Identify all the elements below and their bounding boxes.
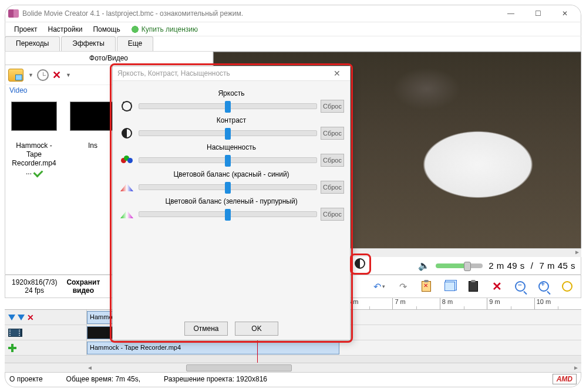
recent-icon[interactable] <box>37 69 49 81</box>
slider-label-cb-gm: Цветовой баланс (зеленый - пурпурный) <box>119 197 344 205</box>
minimize-button[interactable]: — <box>498 5 524 22</box>
track-marker-out-icon[interactable] <box>18 315 25 320</box>
menu-settings[interactable]: Настройки <box>43 24 87 35</box>
dialog-cancel-button[interactable]: Отмена <box>184 322 228 336</box>
add-track-icon[interactable] <box>8 344 16 352</box>
contrast-icon <box>122 128 132 138</box>
copy-button[interactable] <box>443 279 457 293</box>
dialog-ok-button[interactable]: OK <box>235 322 278 336</box>
zoom-out-button[interactable] <box>513 279 527 293</box>
contrast-slider[interactable] <box>139 130 317 136</box>
maximize-button[interactable]: ☐ <box>525 5 551 22</box>
menubar: Проект Настройки Помощь Купить лицензию <box>5 22 581 36</box>
status-total-time: Общее время: 7m 45s, <box>66 375 140 383</box>
smiley-button[interactable] <box>560 279 574 293</box>
media-clip[interactable]: Ins <box>69 102 116 177</box>
brightness-dialog: Яркость, Контраст, Насыщенность ✕ Яркост… <box>112 66 351 340</box>
tab-more[interactable]: Еще <box>117 36 153 51</box>
delete-button[interactable]: ✕ <box>490 279 504 293</box>
menu-help[interactable]: Помощь <box>88 24 124 35</box>
brightness-reset-button[interactable]: Сброс <box>321 100 344 113</box>
menu-project[interactable]: Проект <box>9 24 42 35</box>
ruler-mark: 9 m <box>487 298 534 309</box>
coin-icon <box>131 25 139 33</box>
close-button[interactable]: ✕ <box>552 5 578 22</box>
volume-slider[interactable] <box>436 263 483 268</box>
saturation-slider[interactable] <box>139 157 317 163</box>
track-marker-in-icon[interactable] <box>8 315 15 320</box>
slider-label-saturation: Насыщенность <box>119 143 344 151</box>
status-about[interactable]: О проекте <box>9 375 43 383</box>
subtab-photo-video[interactable]: Фото/Видео <box>5 52 213 65</box>
scrollbar-thumb[interactable] <box>186 364 292 371</box>
saturation-reset-button[interactable]: Сброс <box>321 154 344 167</box>
menu-buy-license[interactable]: Купить лицензию <box>126 24 203 35</box>
volume-icon[interactable]: 🔈 <box>418 260 430 271</box>
tab-transitions[interactable]: Переходы <box>5 36 60 51</box>
ruler-mark: 7 m <box>392 298 439 309</box>
save-video-button[interactable]: Сохранит видео <box>64 278 102 295</box>
dialog-titlebar[interactable]: Яркость, Контраст, Насыщенность ✕ <box>113 66 350 81</box>
green-magenta-slider[interactable] <box>139 211 317 217</box>
brightness-slider[interactable] <box>139 103 317 109</box>
time-total: 7 m 45 s <box>539 261 575 271</box>
track-delete-icon[interactable]: ✕ <box>27 313 34 322</box>
audio-track[interactable]: Hammock - Tape Recorder.mp4 <box>5 340 581 356</box>
slider-label-brightness: Яркость <box>119 89 344 97</box>
amd-badge: AMD <box>553 374 577 384</box>
red-blue-icon <box>120 183 133 191</box>
film-icon <box>8 329 21 337</box>
ruler-mark: 8 m <box>440 298 487 309</box>
clip-label: Hammock - Tape Recorder.mp4 ... <box>11 141 58 177</box>
green-magenta-reset-button[interactable]: Сброс <box>321 208 344 221</box>
status-resolution: Разрешение проекта: 1920x816 <box>164 375 267 383</box>
green-magenta-icon <box>120 210 133 218</box>
window-title: Bolide Movie Creator 4.1 - lastproject.b… <box>22 9 498 18</box>
media-clip[interactable]: Hammock - Tape Recorder.mp4 ... <box>11 102 58 177</box>
saturation-icon <box>121 156 133 165</box>
clip-thumbnail <box>70 102 116 131</box>
time-sep: / <box>531 261 534 271</box>
check-icon <box>33 167 43 177</box>
buy-label: Купить лицензию <box>142 25 198 33</box>
slider-label-cb-rb: Цветовой баланс (красный - синий) <box>119 170 344 178</box>
ruler-mark: 6 m <box>345 298 392 309</box>
time-current: 2 m 49 s <box>489 261 525 271</box>
red-blue-slider[interactable] <box>139 184 317 190</box>
folder-dropdown-arrow-icon[interactable]: ▼ <box>28 72 33 78</box>
tab-effects[interactable]: Эффекты <box>61 36 116 51</box>
app-logo-icon <box>8 9 19 18</box>
open-folder-icon[interactable] <box>8 69 23 82</box>
paste-button[interactable] <box>466 279 480 293</box>
project-resolution-info: 1920x816(7/3) 24 fps <box>5 278 64 295</box>
slider-label-contrast: Контраст <box>119 116 344 124</box>
timeline-audio-clip[interactable]: Hammock - Tape Recorder.mp4 <box>87 342 339 354</box>
timeline-h-scrollbar[interactable] <box>5 363 581 372</box>
undo-button[interactable]: ↶▾ <box>372 279 386 293</box>
clipboard-cut-button[interactable] <box>419 279 433 293</box>
contrast-reset-button[interactable]: Сброс <box>321 127 344 140</box>
zoom-in-button[interactable] <box>537 279 551 293</box>
remove-media-button[interactable]: ✕ <box>52 69 61 82</box>
brightness-icon <box>122 101 132 111</box>
ruler-mark: 10 m <box>534 298 581 309</box>
redo-button[interactable]: ↷ <box>396 279 410 293</box>
remove-dropdown-arrow-icon[interactable]: ▼ <box>66 72 71 78</box>
category-tabs: Переходы Эффекты Еще <box>5 36 581 52</box>
red-blue-reset-button[interactable]: Сброс <box>321 181 344 194</box>
dialog-close-button[interactable]: ✕ <box>329 69 345 78</box>
dialog-title-text: Яркость, Контраст, Насыщенность <box>117 69 230 77</box>
statusbar: О проекте Общее время: 7m 45s, Разрешени… <box>5 372 581 385</box>
clip-thumbnail <box>11 102 57 131</box>
window-titlebar: Bolide Movie Creator 4.1 - lastproject.b… <box>5 5 581 22</box>
brightness-contrast-button[interactable] <box>355 258 365 269</box>
clip-label: Ins <box>88 141 97 150</box>
